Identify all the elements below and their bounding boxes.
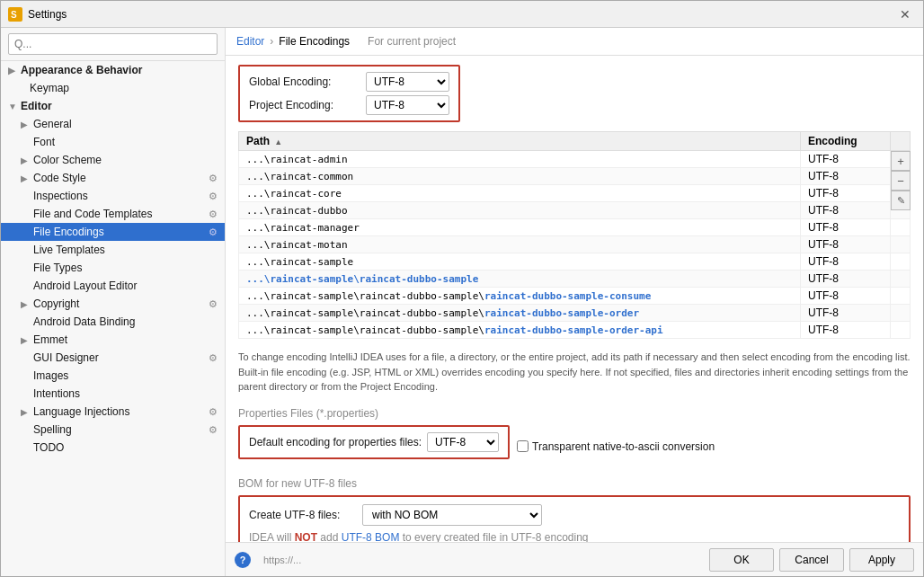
close-button[interactable]: ✕	[894, 5, 916, 23]
properties-encoding-select[interactable]: UTF-8 UTF-16	[427, 432, 499, 452]
app-icon: S	[8, 7, 22, 22]
breadcrumb-separator: ›	[270, 35, 273, 48]
breadcrumb-editor[interactable]: Editor	[236, 35, 264, 48]
file-table: Path ▲ Encoding ...\raincat-adminUTF-8..…	[238, 131, 911, 339]
encoding-cell: UTF-8	[801, 253, 891, 271]
path-cell: ...\raincat-common	[239, 168, 801, 185]
table-row[interactable]: ...\raincat-commonUTF-8	[239, 168, 911, 185]
table-body: ...\raincat-adminUTF-8...\raincat-common…	[239, 151, 911, 339]
arrow-icon: ▶	[21, 120, 31, 129]
sidebar-item-code-style[interactable]: ▶ Code Style ⚙	[1, 169, 225, 187]
action-cell	[891, 288, 911, 305]
no-arrow	[21, 191, 31, 201]
sidebar-item-intentions[interactable]: Intentions	[1, 385, 225, 403]
bom-create-row: Create UTF-8 files: with NO BOM with BOM	[249, 504, 900, 526]
action-cell	[891, 271, 911, 288]
table-row[interactable]: ...\raincat-sampleUTF-8	[239, 253, 911, 271]
bom-create-select[interactable]: with NO BOM with BOM	[362, 504, 542, 526]
add-row-button[interactable]: +	[891, 151, 911, 171]
project-encoding-row: Project Encoding: UTF-8 UTF-16 ISO-8859-…	[249, 95, 449, 115]
sidebar-item-android-data-binding[interactable]: Android Data Binding	[1, 313, 225, 331]
table-row[interactable]: ...\raincat-adminUTF-8	[239, 151, 911, 168]
table-row[interactable]: ...\raincat-managerUTF-8	[239, 219, 911, 236]
sidebar-item-color-scheme[interactable]: ▶ Color Scheme	[1, 151, 225, 169]
config-icon: ⚙	[209, 173, 218, 184]
encoding-section: Global Encoding: UTF-8 UTF-16 ISO-8859-1…	[238, 65, 460, 122]
search-box	[1, 28, 225, 61]
search-input[interactable]	[8, 33, 218, 55]
table-row[interactable]: ...\raincat-sample\raincat-dubbo-sample\…	[239, 288, 911, 305]
table-row[interactable]: ...\raincat-motanUTF-8	[239, 236, 911, 253]
arrow-icon: ▶	[21, 173, 31, 183]
sidebar-item-images[interactable]: Images	[1, 367, 225, 385]
edit-row-button[interactable]: ✎	[891, 191, 911, 210]
for-current-project-link[interactable]: For current project	[368, 35, 456, 48]
encoding-cell: UTF-8	[801, 202, 891, 219]
global-encoding-row: Global Encoding: UTF-8 UTF-16 ISO-8859-1	[249, 72, 449, 92]
svg-text:S: S	[11, 10, 17, 20]
path-cell: ...\raincat-admin	[239, 151, 801, 168]
bom-info-text: IDEA will NOT add UTF-8 BOM to every cre…	[249, 529, 900, 543]
sidebar-item-font[interactable]: Font	[1, 133, 225, 151]
global-encoding-label: Global Encoding:	[249, 75, 366, 88]
arrow-icon: ▶	[21, 335, 31, 345]
bom-utf8-link[interactable]: UTF-8 BOM	[342, 531, 400, 543]
main-body: Global Encoding: UTF-8 UTF-16 ISO-8859-1…	[226, 56, 923, 542]
action-cell	[891, 322, 911, 339]
table-row[interactable]: ...\raincat-coreUTF-8	[239, 185, 911, 202]
sidebar-item-file-types[interactable]: File Types	[1, 259, 225, 277]
sidebar-item-android-layout-editor[interactable]: Android Layout Editor	[1, 277, 225, 295]
properties-label: Default encoding for properties files:	[249, 436, 422, 448]
table-row[interactable]: ...\raincat-sample\raincat-dubbo-sample\…	[239, 322, 911, 339]
bom-info-prefix: IDEA will	[249, 531, 295, 543]
table-row[interactable]: ...\raincat-sample\raincat-dubbo-sampleU…	[239, 271, 911, 288]
sidebar-item-copyright[interactable]: ▶ Copyright ⚙	[1, 295, 225, 313]
project-encoding-select[interactable]: UTF-8 UTF-16 ISO-8859-1	[366, 95, 449, 115]
encoding-cell: UTF-8	[801, 185, 891, 202]
global-encoding-select[interactable]: UTF-8 UTF-16 ISO-8859-1	[366, 72, 449, 92]
sidebar-item-file-encodings[interactable]: File Encodings ⚙	[1, 223, 225, 241]
sidebar-item-live-templates[interactable]: Live Templates	[1, 241, 225, 259]
path-cell: ...\raincat-manager	[239, 219, 801, 236]
title-bar-text: Settings	[28, 8, 894, 21]
sidebar-item-language-injections[interactable]: ▶ Language Injections ⚙	[1, 403, 225, 421]
native-ascii-checkbox[interactable]	[517, 440, 529, 452]
help-button[interactable]: ?	[235, 552, 251, 568]
arrow-icon: ▶	[21, 155, 31, 165]
sidebar-item-editor[interactable]: ▼ Editor	[1, 97, 225, 115]
sidebar-item-gui-designer[interactable]: GUI Designer ⚙	[1, 349, 225, 367]
no-arrow	[21, 371, 31, 381]
sidebar-item-general[interactable]: ▶ General	[1, 115, 225, 133]
action-cell	[891, 305, 911, 322]
properties-section-title: Properties Files (*.properties)	[238, 407, 911, 420]
bom-section: Create UTF-8 files: with NO BOM with BOM…	[238, 495, 911, 543]
cancel-button[interactable]: Cancel	[779, 548, 844, 572]
sidebar-item-spelling[interactable]: Spelling ⚙	[1, 421, 225, 439]
table-row[interactable]: ...\raincat-sample\raincat-dubbo-sample\…	[239, 305, 911, 322]
encoding-cell: UTF-8	[801, 271, 891, 288]
config-icon: ⚙	[209, 226, 218, 238]
native-ascii-label[interactable]: Transparent native-to-ascii conversion	[532, 440, 715, 453]
table-action-buttons: + − ✎	[891, 151, 911, 210]
sidebar-item-keymap[interactable]: Keymap	[1, 79, 225, 97]
table-row[interactable]: ...\raincat-dubboUTF-8	[239, 202, 911, 219]
main-panel: Editor › File Encodings For current proj…	[226, 28, 923, 576]
action-cell	[891, 219, 911, 236]
bom-section-title: BOM for new UTF-8 files	[238, 477, 911, 490]
apply-button[interactable]: Apply	[849, 548, 914, 572]
no-arrow	[21, 389, 31, 399]
sidebar-item-file-code-templates[interactable]: File and Code Templates ⚙	[1, 205, 225, 223]
encoding-cell: UTF-8	[801, 219, 891, 236]
config-icon: ⚙	[209, 406, 218, 418]
arrow-icon: ▼	[8, 102, 19, 111]
encoding-cell: UTF-8	[801, 288, 891, 305]
properties-encoding-section: Default encoding for properties files: U…	[238, 425, 510, 459]
sidebar-item-emmet[interactable]: ▶ Emmet	[1, 331, 225, 349]
title-bar: S Settings ✕	[1, 1, 923, 28]
no-arrow	[21, 281, 31, 291]
sidebar-item-todo[interactable]: TODO	[1, 439, 225, 457]
sidebar-item-inspections[interactable]: Inspections ⚙	[1, 187, 225, 205]
ok-button[interactable]: OK	[709, 548, 774, 572]
sidebar-item-appearance[interactable]: ▶ Appearance & Behavior	[1, 61, 225, 79]
remove-row-button[interactable]: −	[891, 171, 911, 191]
